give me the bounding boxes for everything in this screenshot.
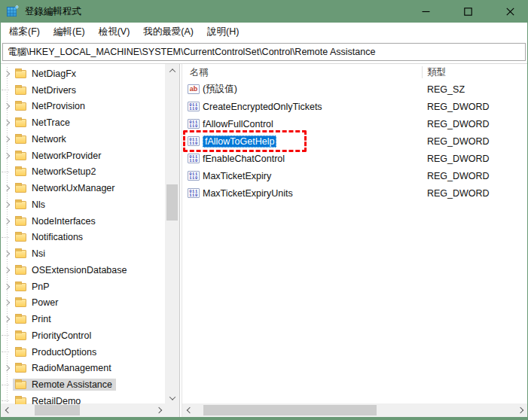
value-type: REG_DWORD	[427, 102, 490, 112]
tree-item-prioritycontrol[interactable]: PriorityControl	[1, 327, 165, 344]
tree-horizontal-scrollbar[interactable]	[1, 403, 166, 417]
tree-item-content: NetDrivers	[13, 84, 80, 96]
tree-item-retaildemo[interactable]: RetailDemo	[1, 393, 165, 404]
tree-item-content: Network	[13, 133, 70, 145]
value-type: REG_DWORD	[427, 188, 490, 199]
minimize-button[interactable]	[408, 0, 443, 23]
tree-item-content: Nls	[13, 199, 49, 211]
tree-item-pnp[interactable]: PnP	[1, 278, 165, 295]
menu-item-help[interactable]: 說明(H)	[200, 23, 246, 41]
value-name: fAllowToGetHelp	[203, 135, 276, 148]
scroll-left-button[interactable]	[183, 404, 196, 417]
expand-chevron-icon[interactable]	[1, 285, 13, 289]
tree-item-content: NetTrace	[13, 117, 74, 129]
reg-dword-icon: 011110	[188, 188, 200, 198]
scroll-right-button[interactable]	[152, 404, 165, 417]
tree-item-networkuxmanager[interactable]: NetworkUxManager	[1, 180, 165, 196]
tree-hscroll-thumb[interactable]	[35, 405, 80, 415]
tree-item-productoptions[interactable]: ProductOptions	[1, 344, 165, 361]
column-header-name[interactable]: 名稱	[182, 66, 209, 79]
close-button[interactable]	[493, 0, 527, 23]
tree-item-label: NetTrace	[32, 117, 70, 128]
expand-chevron-icon[interactable]	[1, 219, 13, 224]
tree-item-print[interactable]: Print	[1, 311, 165, 327]
tree-item-label: NetworkProvider	[32, 151, 101, 161]
tree-pane: NetDiagFxNetDriversNetProvisionNetTraceN…	[1, 64, 180, 417]
tree-item-network[interactable]: Network	[1, 131, 165, 148]
expand-chevron-icon[interactable]	[1, 186, 13, 190]
list-row-maxticketexpiry[interactable]: 011110MaxTicketExpiryREG_DWORD	[182, 167, 527, 184]
tree-item-netdiagfx[interactable]: NetDiagFx	[1, 65, 165, 82]
folder-icon	[15, 266, 26, 275]
tree-item-osextensiondatabase[interactable]: OSExtensionDatabase	[1, 262, 165, 278]
tree-line-stub	[1, 385, 13, 385]
menu-item-file[interactable]: 檔案(F)	[2, 23, 47, 41]
expand-chevron-icon[interactable]	[1, 154, 13, 158]
tree-item-netdrivers[interactable]: NetDrivers	[1, 82, 165, 99]
values-hscroll-thumb[interactable]	[203, 405, 377, 415]
tree-item-nls[interactable]: Nls	[1, 196, 165, 213]
tree-item-label: NetworkSetup2	[32, 166, 96, 177]
scroll-down-button[interactable]	[166, 391, 179, 404]
tree-item-label: PriorityControl	[32, 330, 91, 341]
reg-dword-icon: 011110	[188, 154, 200, 163]
tree-item-nsi[interactable]: Nsi	[1, 245, 165, 262]
expand-chevron-icon[interactable]	[1, 268, 13, 272]
expand-chevron-icon[interactable]	[1, 251, 13, 256]
tree-line-stub	[1, 90, 13, 90]
maximize-button[interactable]	[450, 0, 485, 23]
folder-icon	[15, 184, 26, 193]
values-pane: 名稱 類型 ab(預設值)REG_SZ011110CreateEncrypted…	[182, 64, 527, 417]
expand-chevron-icon[interactable]	[1, 104, 13, 108]
tree-item-label: RadioManagement	[32, 363, 111, 373]
list-row-fenablechatcontrol[interactable]: 011110fEnableChatControlREG_DWORD	[182, 150, 527, 167]
tree-item-networkprovider[interactable]: NetworkProvider	[1, 148, 165, 164]
expand-chevron-icon[interactable]	[1, 366, 13, 370]
tree-item-networksetup2[interactable]: NetworkSetup2	[1, 164, 165, 181]
values-horizontal-scrollbar[interactable]	[182, 403, 527, 417]
folder-icon	[15, 70, 26, 78]
column-separator[interactable]	[422, 66, 423, 78]
tree-item-notifications[interactable]: Notifications	[1, 230, 165, 246]
tree-line-stub	[1, 335, 13, 336]
folder-icon	[15, 250, 26, 258]
menu-item-edit[interactable]: 編輯(E)	[47, 23, 92, 41]
expand-chevron-icon[interactable]	[1, 72, 13, 76]
list-row-[interactable]: ab(預設值)REG_SZ	[182, 81, 527, 98]
tree-item-nettrace[interactable]: NetTrace	[1, 114, 165, 131]
menu-item-favorites[interactable]: 我的最愛(A)	[136, 23, 200, 41]
expand-chevron-icon[interactable]	[1, 202, 13, 207]
expand-chevron-icon[interactable]	[1, 137, 13, 142]
expand-chevron-icon[interactable]	[1, 120, 13, 125]
menu-item-view[interactable]: 檢視(V)	[92, 23, 137, 41]
column-header-type[interactable]: 類型	[427, 66, 446, 79]
tree-line-stub	[1, 352, 13, 352]
expand-chevron-icon[interactable]	[1, 317, 13, 321]
address-bar[interactable]: 電腦\HKEY_LOCAL_MACHINE\SYSTEM\CurrentCont…	[2, 43, 526, 61]
tree-vertical-scrollbar[interactable]	[165, 64, 179, 404]
folder-icon	[15, 87, 26, 95]
tree-item-netprovision[interactable]: NetProvision	[1, 99, 165, 115]
list-row-maxticketexpiryunits[interactable]: 011110MaxTicketExpiryUnitsREG_DWORD	[182, 184, 527, 202]
tree-item-label: NetworkUxManager	[32, 183, 114, 193]
tree-line-stub	[1, 172, 13, 172]
scroll-right-button[interactable]	[514, 404, 526, 417]
list-row-fallowfullcontrol[interactable]: 011110fAllowFullControlREG_DWORD	[182, 115, 527, 132]
value-list: ab(預設值)REG_SZ011110CreateEncryptedOnlyTi…	[182, 81, 527, 202]
tree-item-remote-assistance[interactable]: Remote Assistance	[1, 376, 165, 393]
list-row-fallowtogethelp[interactable]: 011110fAllowToGetHelpREG_DWORD	[182, 132, 527, 150]
reg-dword-icon: 011110	[188, 119, 200, 129]
scroll-up-button[interactable]	[166, 64, 179, 77]
tree-item-power[interactable]: Power	[1, 295, 165, 312]
tree-item-content: NodeInterfaces	[13, 215, 99, 227]
tree-item-radiomanagement[interactable]: RadioManagement	[1, 361, 165, 377]
tree-item-label: ProductOptions	[32, 347, 96, 358]
list-row-createencryptedonlytickets[interactable]: 011110CreateEncryptedOnlyTicketsREG_DWOR…	[182, 98, 527, 115]
tree-item-nodeinterfaces[interactable]: NodeInterfaces	[1, 213, 165, 230]
value-type: REG_DWORD	[427, 171, 490, 181]
tree-vscroll-thumb[interactable]	[166, 184, 178, 221]
tree-item-content: RetailDemo	[13, 395, 84, 404]
expand-chevron-icon[interactable]	[1, 300, 13, 305]
scroll-left-button[interactable]	[2, 404, 14, 417]
folder-icon	[15, 364, 26, 373]
